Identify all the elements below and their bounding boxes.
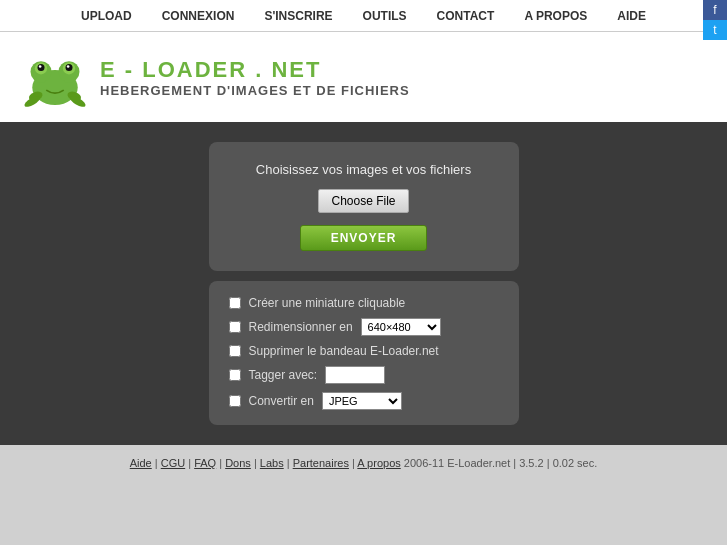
footer-dons-link[interactable]: Dons (225, 457, 251, 469)
nav-outils[interactable]: OUTILS (363, 9, 407, 23)
svg-point-7 (39, 65, 42, 68)
nav-apropos[interactable]: A PROPOS (524, 9, 587, 23)
option-miniature: Créer une miniature cliquable (229, 296, 499, 310)
logo-name: E - LOADER . NET (100, 57, 410, 83)
nav-aide[interactable]: AIDE (617, 9, 646, 23)
resize-checkbox[interactable] (229, 321, 241, 333)
footer-apropos-link[interactable]: A propos (357, 457, 400, 469)
miniature-checkbox[interactable] (229, 297, 241, 309)
upload-title: Choisissez vos images et vos fichiers (256, 162, 471, 177)
main-content: Choisissez vos images et vos fichiers Ch… (0, 122, 727, 445)
tagger-label: Tagger avec: (249, 368, 318, 382)
resize-label: Redimensionner en (249, 320, 353, 334)
convert-select[interactable]: JPEG PNG GIF (322, 392, 402, 410)
nav-links: UPLOAD CONNEXION S'INSCRIRE OUTILS CONTA… (81, 9, 646, 23)
option-bandeau: Supprimer le bandeau E-Loader.net (229, 344, 499, 358)
logo-text: E - LOADER . NET HEBERGEMENT D'IMAGES ET… (100, 57, 410, 98)
frog-logo-icon (20, 42, 90, 112)
nav-upload[interactable]: UPLOAD (81, 9, 132, 23)
footer-info: 2006-11 E-Loader.net | 3.5.2 | 0.02 sec. (404, 457, 597, 469)
convert-checkbox[interactable] (229, 395, 241, 407)
logo-tagline: HEBERGEMENT D'IMAGES ET DE FICHIERS (100, 83, 410, 98)
option-resize: Redimensionner en 640×480 800×600 1024×7… (229, 318, 499, 336)
twitter-icon[interactable]: t (703, 20, 727, 40)
footer-aide-link[interactable]: Aide (130, 457, 152, 469)
top-navigation: UPLOAD CONNEXION S'INSCRIRE OUTILS CONTA… (0, 0, 727, 32)
tagger-checkbox[interactable] (229, 369, 241, 381)
svg-point-8 (67, 65, 70, 68)
facebook-icon[interactable]: f (703, 0, 727, 20)
nav-inscrire[interactable]: S'INSCRIRE (264, 9, 332, 23)
bandeau-checkbox[interactable] (229, 345, 241, 357)
footer: Aide | CGU | FAQ | Dons | Labs | Partena… (0, 445, 727, 481)
resize-select[interactable]: 640×480 800×600 1024×768 (361, 318, 441, 336)
logo-area: E - LOADER . NET HEBERGEMENT D'IMAGES ET… (0, 32, 727, 122)
nav-contact[interactable]: CONTACT (437, 9, 495, 23)
upload-box: Choisissez vos images et vos fichiers Ch… (209, 142, 519, 271)
tagger-input[interactable] (325, 366, 385, 384)
option-convert: Convertir en JPEG PNG GIF (229, 392, 499, 410)
choose-file-button[interactable]: Choose File (318, 189, 408, 213)
miniature-label: Créer une miniature cliquable (249, 296, 499, 310)
footer-cgu-link[interactable]: CGU (161, 457, 185, 469)
nav-connexion[interactable]: CONNEXION (162, 9, 235, 23)
option-tagger: Tagger avec: (229, 366, 499, 384)
footer-partenaires-link[interactable]: Partenaires (293, 457, 349, 469)
footer-labs-link[interactable]: Labs (260, 457, 284, 469)
send-button[interactable]: ENVOYER (300, 225, 428, 251)
convert-label: Convertir en (249, 394, 314, 408)
options-box: Créer une miniature cliquable Redimensio… (209, 281, 519, 425)
remaining-area (0, 481, 727, 545)
footer-faq-link[interactable]: FAQ (194, 457, 216, 469)
social-icons: f t (703, 0, 727, 40)
bandeau-label: Supprimer le bandeau E-Loader.net (249, 344, 499, 358)
